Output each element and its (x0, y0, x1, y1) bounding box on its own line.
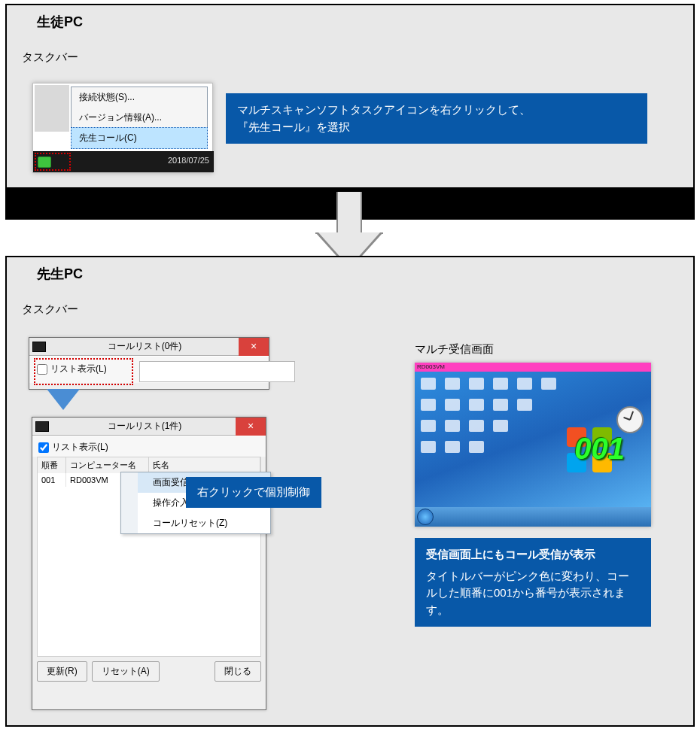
close-button[interactable]: × (239, 338, 269, 356)
multi-receive-screenshot: RD003VM 001 (415, 363, 651, 527)
checkbox-input[interactable] (38, 442, 49, 453)
callout-body: タイトルバーがピンク色に変わり、コールした順番に001から番号が表示されます。 (426, 568, 640, 619)
col-name: 氏名 (149, 457, 260, 473)
thumbnail-placeholder (35, 85, 69, 132)
close-button-bottom[interactable]: 閉じる (215, 661, 261, 682)
callout-heading: 受信画面上にもコール受信が表示 (426, 546, 640, 563)
call-list-window-small: コールリスト(0件) × リスト表示(L) (29, 337, 269, 390)
highlight-checkbox (34, 358, 133, 385)
refresh-button[interactable]: 更新(R) (37, 661, 87, 682)
student-pc-title: 生徒PC (7, 5, 693, 31)
multi-titlebar: RD003VM (415, 363, 651, 372)
callout-text: 右クリックで個別制御 (197, 485, 310, 498)
student-taskbar-strip: 2018/07/25 (33, 151, 214, 172)
table-header: 順番 コンピューター名 氏名 (38, 457, 260, 473)
student-pc-panel: 生徒PC タスクバー 接続状態(S)... バージョン情報(A)... 先生コー… (5, 4, 695, 189)
student-taskbar-label: タスクバー (7, 31, 693, 68)
desktop-clock-icon (616, 406, 644, 433)
callout-right-click: 右クリックで個別制御 (186, 477, 321, 508)
expand-arrow-icon (47, 389, 80, 410)
call-list-window-large: コールリスト(1件) × リスト表示(L) 順番 コンピューター名 氏名 001… (32, 417, 266, 710)
student-taskbar-screenshot: 接続状態(S)... バージョン情報(A)... 先生コール(C) 2018/0… (32, 83, 213, 173)
list-display-checkbox-large[interactable]: リスト表示(L) (38, 441, 108, 454)
window-caption-large: コールリスト(1件) (53, 420, 236, 433)
col-computer: コンピューター名 (66, 457, 149, 473)
menu-version-info[interactable]: バージョン情報(A)... (72, 108, 207, 128)
teacher-taskbar-label: タスクバー (7, 283, 693, 320)
empty-field (139, 361, 295, 382)
desktop-preview: 001 (415, 372, 651, 507)
cell-number: 001 (38, 473, 66, 487)
col-number: 順番 (38, 457, 66, 473)
reset-button[interactable]: リセット(A) (92, 661, 160, 682)
teacher-pc-title: 先生PC (7, 257, 693, 283)
start-button-icon (417, 509, 434, 525)
checkbox-label: リスト表示(L) (52, 441, 108, 454)
call-number-overlay: 001 (574, 432, 625, 466)
callout-receive-display: 受信画面上にもコール受信が表示 タイトルバーがピンク色に変わり、コールした順番に… (415, 538, 651, 627)
ctx-call-reset[interactable]: コールリセット(Z) (121, 513, 270, 533)
menu-teacher-call[interactable]: 先生コール(C) (71, 127, 208, 149)
window-caption-small: コールリスト(0件) (50, 340, 239, 353)
multi-receive-label: マルチ受信画面 (415, 342, 494, 357)
window-icon (35, 421, 49, 432)
student-context-menu: 接続状態(S)... バージョン情報(A)... 先生コール(C) (71, 87, 208, 149)
window-icon (32, 342, 46, 352)
window-titlebar-large: コールリスト(1件) × (32, 418, 266, 436)
taskbar-date: 2018/07/25 (168, 156, 209, 165)
callout-student-instruction: マルチスキャンソフトタスクアイコンを右クリックして、 『先生コール』を選択 (226, 93, 647, 144)
menu-connection-status[interactable]: 接続状態(S)... (72, 87, 207, 108)
desktop-icons-grid (421, 378, 556, 460)
callout-text: マルチスキャンソフトタスクアイコンを右クリックして、 『先生コール』を選択 (237, 103, 531, 133)
multiscan-tray-icon[interactable] (38, 156, 51, 168)
desktop-taskbar (415, 507, 651, 527)
window-titlebar-small: コールリスト(0件) × (29, 338, 269, 356)
close-button[interactable]: × (236, 418, 266, 436)
